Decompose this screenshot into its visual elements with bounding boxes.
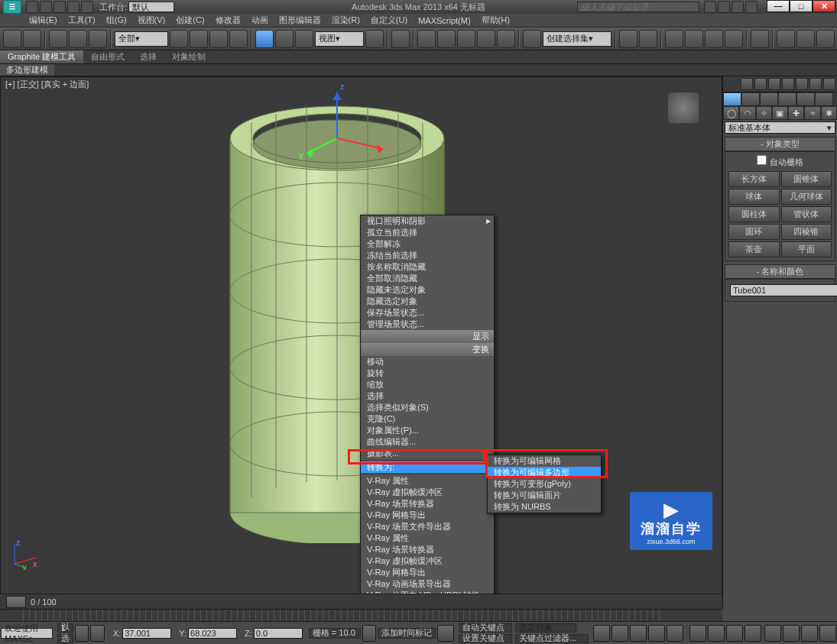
- menu-modifiers[interactable]: 修改器: [216, 15, 241, 26]
- ctx-vray-mesh-export[interactable]: V-Ray 网格导出: [361, 510, 494, 521]
- ctx-vray-vfb-2[interactable]: V-Ray 虚拟帧缓冲区: [361, 555, 494, 567]
- coord-y-input[interactable]: [188, 628, 237, 639]
- create-lights-icon[interactable]: ✧: [756, 106, 772, 120]
- set-key-button[interactable]: 设置关键点: [459, 634, 512, 643]
- schematic-view-icon[interactable]: [725, 30, 743, 48]
- create-shapes-icon[interactable]: ◠: [739, 106, 755, 120]
- mirror-icon[interactable]: [619, 30, 637, 48]
- select-move-icon[interactable]: [255, 30, 274, 48]
- ctx-select-similar[interactable]: 选择类似对象(S): [361, 402, 494, 413]
- next-frame-icon[interactable]: [648, 625, 665, 642]
- convert-editable-mesh[interactable]: 转换为可编辑网格: [488, 455, 601, 467]
- viewport[interactable]: [+] [正交] [真实 + 边面]: [0, 76, 722, 609]
- use-pivot-icon[interactable]: [365, 30, 384, 48]
- panel-tab-display-icon[interactable]: [796, 92, 815, 106]
- autogrid-checkbox[interactable]: [757, 155, 767, 165]
- abs-rel-icon[interactable]: [90, 625, 105, 642]
- ribbon-tab-selection[interactable]: 选择: [132, 50, 164, 63]
- nav-orbit-icon[interactable]: [801, 625, 818, 642]
- create-cameras-icon[interactable]: ▣: [772, 106, 788, 120]
- angle-snap-icon[interactable]: [457, 30, 475, 48]
- goto-end-icon[interactable]: [667, 625, 683, 642]
- ctx-vray-vfb[interactable]: V-Ray 虚拟帧缓冲区: [361, 487, 494, 498]
- qat-save-icon[interactable]: [54, 1, 66, 13]
- rollout-object-type-header[interactable]: - 对象类型: [725, 137, 835, 151]
- nav-zoom-all-icon[interactable]: [726, 625, 743, 642]
- key-filters-button[interactable]: 关键点过滤器...: [515, 634, 589, 643]
- select-rotate-icon[interactable]: [275, 30, 294, 48]
- create-systems-icon[interactable]: ✱: [821, 106, 837, 120]
- infocenter-icon[interactable]: [704, 1, 716, 13]
- favorites-icon[interactable]: [732, 1, 744, 13]
- track-bar[interactable]: [0, 609, 722, 621]
- nav-maximize-icon[interactable]: [819, 625, 836, 642]
- prim-cylinder-button[interactable]: 圆柱体: [728, 206, 780, 222]
- curve-editor-icon[interactable]: [705, 30, 723, 48]
- qat-redo-icon[interactable]: [81, 1, 93, 13]
- select-scale-icon[interactable]: [295, 30, 313, 48]
- coord-x-input[interactable]: [122, 628, 171, 639]
- menu-grapheditors[interactable]: 图形编辑器: [279, 15, 321, 26]
- menu-animation[interactable]: 动画: [251, 15, 268, 26]
- convert-deformable-gpoly[interactable]: 转换为可变形(gPoly): [488, 478, 601, 490]
- prim-teapot-button[interactable]: 茶壶: [728, 241, 780, 257]
- panel-tab-hierarchy-icon[interactable]: [760, 92, 778, 106]
- menu-create[interactable]: 创建(C): [176, 15, 204, 26]
- menu-view[interactable]: 视图(V): [138, 15, 166, 26]
- prim-cone-button[interactable]: 圆锥体: [781, 171, 832, 187]
- play-icon[interactable]: [630, 625, 647, 642]
- rendered-frame-icon[interactable]: [796, 30, 815, 48]
- prev-frame-icon[interactable]: [612, 625, 628, 642]
- time-tag-icon[interactable]: [362, 625, 377, 642]
- ctx-rotate[interactable]: 旋转: [361, 367, 494, 379]
- selection-filter[interactable]: 全部 ▾: [115, 31, 168, 47]
- rollout-name-color-header[interactable]: - 名称和颜色: [725, 264, 835, 279]
- select-by-name-icon[interactable]: [190, 30, 208, 48]
- ctx-vray-properties-2[interactable]: V-Ray 属性: [361, 532, 494, 544]
- ctx-select[interactable]: 选择: [361, 390, 494, 402]
- workspace-selector[interactable]: [128, 2, 174, 12]
- panel-tab-create-icon[interactable]: [723, 92, 741, 106]
- convert-nurbs[interactable]: 转换为 NURBS: [488, 501, 601, 513]
- align-icon[interactable]: [639, 30, 657, 48]
- keyboard-shortcut-icon[interactable]: [417, 30, 436, 48]
- help-icon[interactable]: [745, 1, 758, 13]
- ctx-isolate-selection[interactable]: 孤立当前选择: [361, 227, 494, 238]
- ctx-freeze-selection[interactable]: 冻结当前选择: [361, 250, 494, 261]
- material-editor-icon[interactable]: [751, 30, 769, 48]
- help-search-input[interactable]: [577, 2, 699, 12]
- menu-edit[interactable]: 编辑(E): [29, 15, 57, 26]
- select-manipulate-icon[interactable]: [391, 30, 410, 48]
- ref-coord-system[interactable]: 视图 ▾: [315, 31, 364, 47]
- ribbon-panel-polymodeling[interactable]: 多边形建模: [0, 64, 54, 76]
- time-slider-handle[interactable]: [6, 596, 26, 608]
- render-setup-icon[interactable]: [777, 30, 795, 48]
- ctx-vray-scene-converter-2[interactable]: V-Ray 场景转换器: [361, 544, 494, 555]
- coord-z-input[interactable]: [254, 628, 303, 639]
- vp-grid-icon[interactable]: [809, 78, 822, 90]
- ctx-clone[interactable]: 克隆(C): [361, 413, 494, 425]
- menu-help[interactable]: 帮助(H): [482, 15, 510, 26]
- link-icon[interactable]: [49, 30, 67, 48]
- create-geometry-icon[interactable]: ◯: [723, 106, 739, 120]
- vp-safe-icon[interactable]: [823, 78, 835, 90]
- vp-shade-icon[interactable]: [741, 78, 753, 90]
- nav-pan-view-icon[interactable]: [783, 625, 800, 642]
- ctx-viewport-lighting[interactable]: 视口照明和阴影: [361, 215, 494, 227]
- qat-open-icon[interactable]: [40, 1, 52, 13]
- ctx-unhide-by-name[interactable]: 按名称取消隐藏: [361, 261, 494, 273]
- ctx-unhide-all[interactable]: 全部取消隐藏: [361, 273, 494, 284]
- ctx-dope-sheet[interactable]: 摄影表...: [361, 448, 494, 459]
- ctx-vray-mesh-export-2[interactable]: V-Ray 网格导出: [361, 567, 494, 578]
- redo-icon[interactable]: [23, 30, 41, 48]
- menu-rendering[interactable]: 渲染(R): [332, 15, 360, 26]
- vp-iso-icon[interactable]: [796, 78, 808, 90]
- vp-shadow-icon[interactable]: [782, 78, 794, 90]
- ctx-vray-anim-exporter[interactable]: V-Ray 动画场景导出器: [361, 578, 494, 590]
- ctx-unfreeze-all[interactable]: 全部解冻: [361, 238, 494, 250]
- panel-tab-modify-icon[interactable]: [741, 92, 760, 106]
- object-name-input[interactable]: [730, 284, 837, 296]
- ctx-vray-scene-converter[interactable]: V-Ray 场景转换器: [361, 498, 494, 510]
- nav-zoom-icon[interactable]: [708, 625, 725, 642]
- menu-group[interactable]: 组(G): [106, 15, 127, 26]
